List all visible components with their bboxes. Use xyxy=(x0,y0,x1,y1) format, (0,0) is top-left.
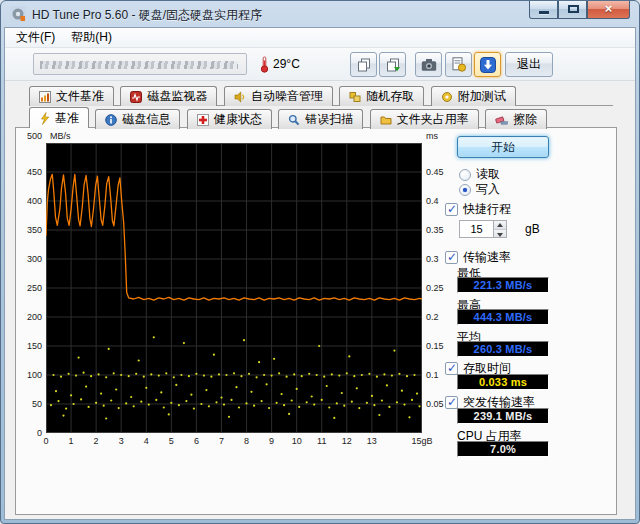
temperature-value: 29°C xyxy=(273,57,300,71)
tab-label: 错误扫描 xyxy=(305,111,353,128)
write-radio[interactable] xyxy=(459,184,471,196)
folder-usage-icon xyxy=(380,114,392,126)
benchmark-icon xyxy=(39,112,50,125)
axis-tick-label: 2 xyxy=(86,436,106,446)
screenshot-button[interactable] xyxy=(415,52,442,77)
axis-tick-label: 0.25 xyxy=(426,283,452,293)
axis-tick-label: 4 xyxy=(136,436,156,446)
chart-area: 500450400350300250200150100500MB/s0.450.… xyxy=(16,128,452,458)
menubar: 文件(F) 帮助(H) xyxy=(5,28,635,48)
disk-monitor-icon xyxy=(130,91,142,103)
tab-label: 擦除 xyxy=(513,111,537,128)
copy-icon xyxy=(357,58,371,72)
mode-write-option[interactable]: 写入 xyxy=(459,181,500,198)
minimize-icon xyxy=(539,11,549,14)
tab-error-scan[interactable]: 错误扫描 xyxy=(278,109,363,129)
axis-tick-label: 450 xyxy=(16,167,42,177)
axis-tick-label: 3 xyxy=(111,436,131,446)
axis-tick-label: 15gB xyxy=(404,436,440,446)
copy-add-button[interactable] xyxy=(379,52,406,77)
axis-tick-label: 7 xyxy=(211,436,231,446)
short-stroke-spinner[interactable]: 15 xyxy=(459,220,507,238)
tab-file-benchmark[interactable]: 文件基准 xyxy=(29,86,114,106)
tab-extra-tests[interactable]: 附加测试 xyxy=(431,86,516,106)
axis-tick-label: 0.45 xyxy=(426,167,452,177)
maximize-button[interactable] xyxy=(558,1,587,19)
start-button[interactable]: 开始 xyxy=(457,136,549,158)
aam-icon xyxy=(234,91,246,103)
tab-disk-monitor[interactable]: 磁盘监视器 xyxy=(120,86,217,106)
exit-button[interactable]: 退出 xyxy=(505,52,553,77)
transfer-rate-option[interactable]: 传输速率 xyxy=(445,249,511,266)
short-stroke-value[interactable]: 15 xyxy=(460,221,493,237)
tab-folder-usage[interactable]: 文件夹占用率 xyxy=(370,109,479,129)
tab-health[interactable]: 健康状态 xyxy=(187,109,272,129)
burst-rate-value: 239.1 MB/s xyxy=(457,408,549,424)
thermometer-icon xyxy=(260,56,269,73)
axis-tick-label: 0.15 xyxy=(426,341,452,351)
image-export-icon xyxy=(451,57,466,72)
close-button[interactable]: × xyxy=(587,1,630,19)
camera-icon xyxy=(421,58,437,72)
axis-tick-label: 150 xyxy=(16,341,42,351)
tab-label: 随机存取 xyxy=(366,88,414,105)
tab-label: 磁盘监视器 xyxy=(147,88,207,105)
short-stroke-option[interactable]: 快捷行程 xyxy=(445,201,511,218)
spinner-up-button[interactable] xyxy=(493,221,506,230)
axis-tick-label: 200 xyxy=(16,312,42,322)
app-icon xyxy=(10,6,26,22)
read-radio[interactable] xyxy=(459,169,471,181)
titlebar[interactable]: HD Tune Pro 5.60 - 硬盘/固态硬盘实用程序 × xyxy=(1,1,639,27)
tab-aam[interactable]: 自动噪音管理 xyxy=(224,86,333,106)
axis-tick-label: 100 xyxy=(16,370,42,380)
export-image-button[interactable] xyxy=(445,52,472,77)
toolbar: 29°C xyxy=(5,48,635,81)
transfer-rate-label: 传输速率 xyxy=(463,249,511,266)
copy-add-icon xyxy=(386,58,400,72)
axis-tick-label: 300 xyxy=(16,254,42,264)
spinner-down-button[interactable] xyxy=(493,230,506,238)
axis-tick-label: 13 xyxy=(362,436,382,446)
min-value: 221.3 MB/s xyxy=(457,277,549,293)
transfer-rate-checkbox[interactable] xyxy=(445,251,458,264)
axis-tick-label: MB/s xyxy=(50,131,71,141)
tab-benchmark[interactable]: 基准 xyxy=(29,107,89,128)
tab-random-access[interactable]: 随机存取 xyxy=(339,86,424,106)
axis-tick-label: 6 xyxy=(186,436,206,446)
download-icon xyxy=(480,57,496,73)
tab-disk-info[interactable]: 磁盘信息 xyxy=(95,109,180,129)
tab-label: 文件夹占用率 xyxy=(397,111,469,128)
drive-select-combo[interactable] xyxy=(33,53,247,75)
tab-label: 文件基准 xyxy=(56,88,104,105)
axis-tick-label: 0 xyxy=(36,436,56,446)
tab-label: 基准 xyxy=(55,110,79,127)
temperature-indicator: 29°C xyxy=(255,52,305,76)
extra-tests-icon xyxy=(441,91,453,103)
menu-file[interactable]: 文件(F) xyxy=(8,27,63,48)
axis-tick-label: 9 xyxy=(262,436,282,446)
health-icon xyxy=(197,114,209,126)
tabstrip-modules: 文件基准 磁盘监视器 自动噪音管理 随机存取 xyxy=(29,85,613,106)
benchmark-panel: 500450400350300250200150100500MB/s0.450.… xyxy=(15,127,617,515)
axis-tick-label: 1 xyxy=(61,436,81,446)
axis-tick-label: 400 xyxy=(16,196,42,206)
axis-tick-label: 10 xyxy=(287,436,307,446)
tab-erase[interactable]: 擦除 xyxy=(485,109,547,129)
error-scan-icon xyxy=(288,114,300,126)
close-icon: × xyxy=(588,1,629,17)
menu-help[interactable]: 帮助(H) xyxy=(63,27,120,48)
max-value: 444.3 MB/s xyxy=(457,309,549,325)
avg-value: 260.3 MB/s xyxy=(457,341,549,357)
file-benchmark-icon xyxy=(39,91,51,103)
tabstrip-views: 基准 磁盘信息 健康状态 错误扫描 xyxy=(29,107,613,128)
axis-tick-label: 5 xyxy=(161,436,181,446)
minimize-button[interactable] xyxy=(529,1,558,19)
download-results-button[interactable] xyxy=(474,52,501,77)
copy-button[interactable] xyxy=(350,52,377,77)
disk-info-icon xyxy=(105,114,117,126)
drive-name-redacted xyxy=(40,61,238,69)
tab-label: 附加测试 xyxy=(458,88,506,105)
short-stroke-label: 快捷行程 xyxy=(463,201,511,218)
axis-tick-label: 250 xyxy=(16,283,42,293)
short-stroke-checkbox[interactable] xyxy=(445,203,458,216)
